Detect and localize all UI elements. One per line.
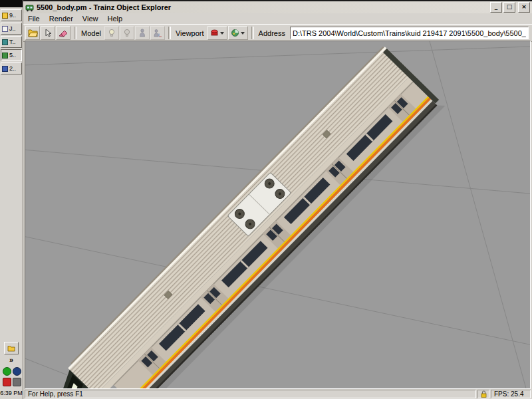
fps-counter: FPS: 25.4 <box>491 390 531 398</box>
erase-button[interactable] <box>56 26 70 40</box>
bulb-icon <box>108 29 116 37</box>
model-light-button[interactable] <box>104 26 119 40</box>
model-group-label: Model <box>81 29 101 37</box>
viewport-panel <box>25 41 531 389</box>
model-figure-button[interactable] <box>135 26 150 40</box>
taskbar-item-2[interactable]: 2.. <box>1 63 22 74</box>
eraser-icon <box>59 29 68 37</box>
toolbar-separator <box>251 27 254 39</box>
status-bar: For Help, press F1 FPS: 25.4 <box>23 389 532 399</box>
bulb-dim-icon <box>123 29 131 37</box>
select-button[interactable] <box>41 26 55 40</box>
app-window-icon <box>2 66 8 72</box>
viewport-render-mode-button[interactable] <box>228 26 248 40</box>
background-color-icon <box>210 29 219 37</box>
folder-icon <box>2 13 8 19</box>
network-icon[interactable] <box>13 367 21 376</box>
train-app-icon <box>2 53 8 59</box>
toolbar: Model <box>23 24 532 42</box>
viewport-background-button[interactable] <box>207 26 227 40</box>
padlock-icon <box>481 390 487 398</box>
menu-render[interactable]: Render <box>45 14 78 23</box>
taskbar-empty-area <box>0 76 23 342</box>
taskbar-tray-area: » 6:39 PM <box>0 342 23 399</box>
folder-icon <box>7 345 15 352</box>
menu-bar: File Render View Help <box>23 13 532 25</box>
taskbar-clock: 6:39 PM <box>0 390 23 396</box>
taskbar-top-strip <box>0 0 23 7</box>
system-tray <box>3 367 21 386</box>
taskbar-item-label: T.. <box>9 39 16 45</box>
maximize-button[interactable]: □ <box>503 2 515 13</box>
misc-tray-icon[interactable] <box>13 378 21 386</box>
viewport-group-label: Viewport <box>176 29 204 37</box>
quick-launch-button[interactable] <box>4 342 19 354</box>
app-icon <box>25 3 34 12</box>
toolbar-separator <box>168 27 171 39</box>
open-button[interactable] <box>25 26 40 40</box>
title-bar: 5500_body.pm - Trainz Object Explorer _ … <box>23 1 532 13</box>
taskbar-item-label: J.. <box>9 25 16 32</box>
green-status-icon[interactable] <box>3 367 11 376</box>
document-icon <box>2 26 8 32</box>
3d-viewport-canvas[interactable] <box>25 41 530 388</box>
toolbar-separator <box>74 27 76 39</box>
render-mode-icon <box>231 29 239 37</box>
lock-indicator <box>477 390 489 398</box>
window-title: 5500_body.pm - Trainz Object Explorer <box>37 3 490 11</box>
taskbar-item-label: 5.. <box>9 52 16 59</box>
minimize-button[interactable]: _ <box>490 2 502 13</box>
taskbar-item-9[interactable]: 9.. <box>1 9 22 21</box>
menu-help[interactable]: Help <box>102 14 127 23</box>
menu-view[interactable]: View <box>78 14 103 23</box>
taskbar: 9.. J.. T.. 5.. 2.. » 6:39 PM <box>0 0 23 399</box>
taskbar-item-5500[interactable]: 5.. <box>1 49 22 61</box>
address-input[interactable] <box>290 27 529 39</box>
taskbar-item-j[interactable]: J.. <box>1 23 22 35</box>
open-folder-icon <box>28 29 38 37</box>
app-window-icon <box>2 39 8 45</box>
close-button[interactable]: × <box>518 2 530 13</box>
taskbar-item-label: 9.. <box>9 12 16 19</box>
model-light2-button[interactable] <box>120 26 134 40</box>
status-help-text: For Help, press F1 <box>25 390 476 398</box>
figure-axis-icon <box>153 29 162 37</box>
model-figure-axis-button[interactable] <box>150 26 165 40</box>
tray-overflow-chevron[interactable]: » <box>9 356 13 363</box>
figure-icon <box>138 29 146 37</box>
dropdown-arrow-icon <box>241 32 245 35</box>
taskbar-item-t[interactable]: T.. <box>1 36 22 48</box>
red-status-icon[interactable] <box>3 378 11 386</box>
menu-file[interactable]: File <box>23 14 45 23</box>
main-window: 5500_body.pm - Trainz Object Explorer _ … <box>23 0 532 399</box>
address-label: Address <box>259 29 285 37</box>
window-controls: _ □ × <box>490 2 530 13</box>
dropdown-arrow-icon <box>220 32 224 35</box>
pointer-icon <box>44 29 53 37</box>
taskbar-item-label: 2.. <box>9 65 16 72</box>
